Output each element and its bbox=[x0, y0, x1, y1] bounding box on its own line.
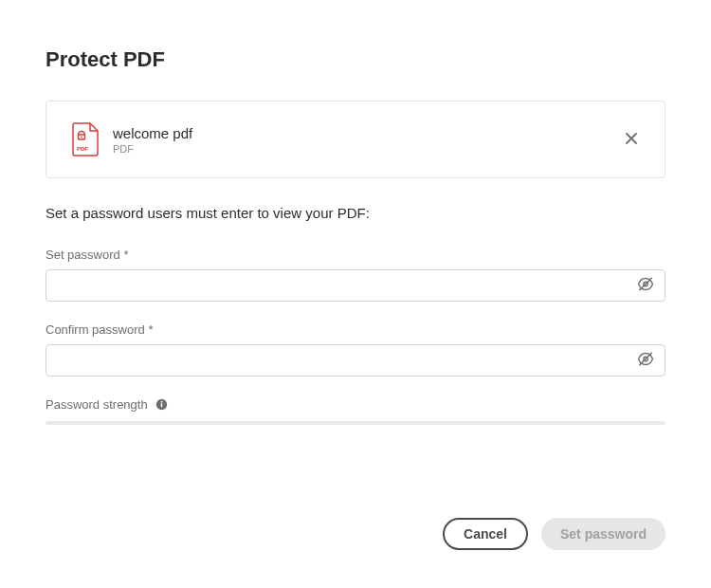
eye-off-icon bbox=[637, 276, 654, 296]
file-name: welcome pdf bbox=[113, 125, 621, 141]
set-password-label: Set password * bbox=[46, 248, 665, 262]
info-icon[interactable] bbox=[155, 398, 168, 411]
toggle-confirm-visibility-button[interactable] bbox=[633, 347, 658, 375]
button-row: Cancel Set password bbox=[443, 518, 665, 550]
file-type: PDF bbox=[113, 143, 621, 155]
remove-file-button[interactable] bbox=[621, 128, 642, 152]
eye-off-icon bbox=[637, 351, 654, 371]
svg-text:PDF: PDF bbox=[77, 146, 88, 152]
confirm-password-label: Confirm password * bbox=[46, 322, 665, 337]
password-strength-label: Password strength bbox=[46, 397, 148, 412]
cancel-button[interactable]: Cancel bbox=[443, 518, 528, 550]
svg-point-2 bbox=[81, 137, 82, 138]
confirm-password-input[interactable] bbox=[46, 344, 665, 377]
svg-point-10 bbox=[160, 401, 162, 403]
file-info: welcome pdf PDF bbox=[113, 125, 621, 155]
close-icon bbox=[625, 132, 638, 148]
set-password-button[interactable]: Set password bbox=[541, 518, 665, 550]
page-title: Protect PDF bbox=[46, 47, 665, 72]
pdf-file-icon: PDF bbox=[69, 122, 100, 156]
password-strength-row: Password strength bbox=[46, 397, 665, 412]
toggle-password-visibility-button[interactable] bbox=[633, 272, 658, 300]
instruction-text: Set a password users must enter to view … bbox=[46, 205, 665, 221]
set-password-input[interactable] bbox=[46, 269, 665, 302]
password-strength-bar bbox=[46, 421, 665, 425]
confirm-password-field: Confirm password * bbox=[46, 322, 665, 377]
set-password-field: Set password * bbox=[46, 248, 665, 302]
svg-rect-9 bbox=[160, 403, 161, 407]
file-card: PDF welcome pdf PDF bbox=[46, 101, 665, 178]
